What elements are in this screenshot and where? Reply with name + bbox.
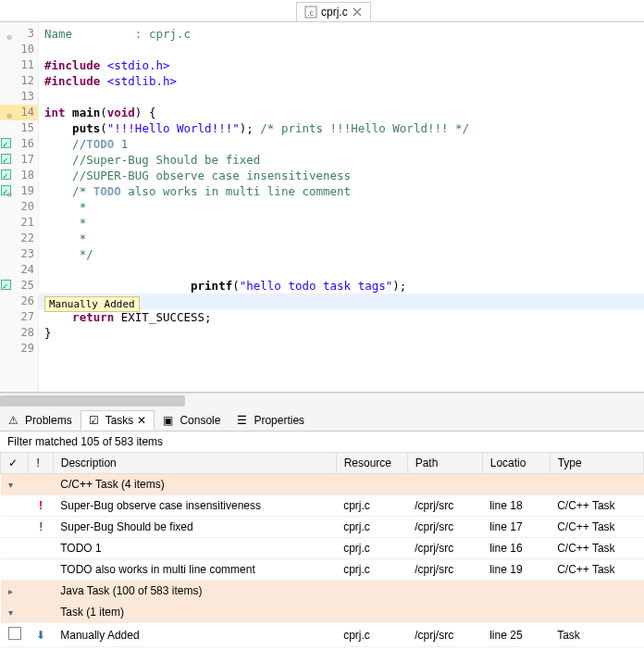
table-header-row: ✓ ! Description Resource Path Locatio Ty… [1,453,644,474]
task-checkbox[interactable] [8,627,21,640]
gutter-line: 28 [0,325,38,341]
task-group-row[interactable]: ▾Task (1 item) [1,602,644,623]
horizontal-scrollbar[interactable] [0,393,644,407]
tab-label: Properties [254,414,304,427]
svg-text:.c: .c [307,8,315,18]
task-row[interactable]: ⬇Manually Addedcprj.c/cprj/srcline 25Tas… [1,623,644,647]
gutter-line: 14⊖ [0,105,38,120]
properties-icon: ☰ [237,414,250,427]
task-marker-icon [1,280,11,290]
manual-added-badge: Manually Added [44,296,140,312]
expand-triangle-icon[interactable]: ▾ [8,480,18,490]
task-group-row[interactable]: ▸Java Task (100 of 583 items) [1,581,644,602]
priority-icon: ! [39,520,42,533]
editor-tab-bar: .c cprj.c [0,0,644,22]
gutter-line: 18 [0,168,38,183]
arrow-down-icon: ⬇ [36,629,45,642]
gutter-line: 11 [0,57,38,73]
code-line[interactable]: /* TODO also works in multi line comment [39,183,644,199]
col-type[interactable]: Type [550,453,643,474]
code-line[interactable]: #include <stdlib.h> [39,73,644,89]
code-line[interactable] [39,262,644,278]
task-group-row[interactable]: ▾C/C++ Task (4 items) [1,474,644,495]
line-gutter: 3⊖1011121314⊖1516171819⊖2021222324252627… [0,22,39,392]
tab-problems[interactable]: ⚠Problems [0,410,80,431]
console-icon: ▣ [163,414,176,427]
gutter-line: 15 [0,120,38,136]
close-icon[interactable] [352,6,363,18]
gutter-line: 26 [0,294,38,309]
priority-icon: ! [39,499,43,512]
code-line[interactable]: puts("!!!Hello World!!!"); /* prints !!!… [39,120,644,136]
gutter-line: 13 [0,89,38,105]
code-line[interactable] [39,341,644,357]
tab-label: Console [180,414,220,427]
code-line[interactable]: //Super-Bug Should be fixed [39,152,644,168]
gutter-line: 19⊖ [0,183,38,199]
code-content[interactable]: Manually Added Name : cprj.c#include <st… [39,22,644,392]
editor-tab[interactable]: .c cprj.c [296,2,371,21]
task-marker-icon [1,169,11,180]
gutter-line: 29 [0,341,38,357]
code-line[interactable]: int main(void) { [39,105,644,120]
code-line[interactable]: * [39,231,644,246]
expand-triangle-icon[interactable]: ▸ [8,586,18,596]
gutter-line: 3⊖ [0,26,38,42]
task-row[interactable]: !Super-Bug observe case insensitivenessc… [1,495,644,517]
code-line[interactable]: */ [39,246,644,262]
task-marker-icon [1,154,11,164]
code-line[interactable]: //TODO 1 [39,136,644,152]
tab-label: Problems [25,414,72,427]
code-line[interactable] [39,42,644,57]
problems-icon: ⚠ [8,414,21,427]
code-line[interactable]: Name : cprj.c [39,26,644,42]
gutter-line: 24 [0,262,38,278]
col-resource[interactable]: Resource [336,453,407,474]
code-line[interactable]: //SUPER-BUG observe case insensitiveness [39,168,644,183]
tab-tasks[interactable]: ☑Tasks ✕ [80,410,155,431]
c-file-icon: .c [304,6,317,19]
fold-icon[interactable]: ⊖ [4,108,12,117]
tasks-table: ✓ ! Description Resource Path Locatio Ty… [0,452,644,647]
tab-console[interactable]: ▣Console [155,410,229,431]
tab-properties[interactable]: ☰Properties [229,410,313,431]
fold-icon[interactable]: ⊖ [4,187,12,195]
gutter-line: 22 [0,231,38,246]
gutter-line: 21 [0,215,38,231]
gutter-line: 27 [0,309,38,325]
task-row[interactable]: TODO 1cprj.c/cprj/srcline 16C/C++ Task [1,538,644,559]
gutter-line: 20 [0,199,38,215]
col-location[interactable]: Locatio [482,453,550,474]
gutter-line: 17 [0,152,38,168]
task-row[interactable]: TODO also works in multi line commentcpr… [1,559,644,581]
gutter-line: 10 [0,42,38,57]
close-icon[interactable]: ✕ [137,414,146,427]
tasks-icon: ☑ [89,414,102,427]
code-line[interactable]: } [39,325,644,341]
code-line[interactable] [39,89,644,105]
tab-label: Tasks [105,414,134,427]
gutter-line: 23 [0,246,38,262]
code-editor[interactable]: 3⊖1011121314⊖1516171819⊖2021222324252627… [0,22,644,393]
col-path[interactable]: Path [407,453,482,474]
code-line[interactable]: * [39,215,644,231]
tab-label: cprj.c [321,6,348,19]
bottom-panel-tabs: ⚠Problems☑Tasks ✕▣Console☰Properties [0,407,644,432]
task-marker-icon [1,138,11,148]
code-line[interactable]: printf("hello todo task tags"); [39,278,644,294]
task-row[interactable]: !Super-Bug Should be fixedcprj.c/cprj/sr… [1,517,644,538]
filter-status: Filter matched 105 of 583 items [0,432,644,452]
scrollbar-thumb[interactable] [0,395,185,407]
expand-triangle-icon[interactable]: ▾ [8,607,18,618]
gutter-line: 25 [0,278,38,294]
code-line[interactable]: #include <stdio.h> [39,57,644,73]
col-complete[interactable]: ✓ [1,453,29,474]
col-priority[interactable]: ! [29,453,53,474]
gutter-line: 12 [0,73,38,89]
gutter-line: 16 [0,136,38,152]
col-description[interactable]: Description [53,453,336,474]
fold-icon[interactable]: ⊖ [4,30,12,38]
annotation-arrows [0,647,644,663]
code-line[interactable]: * [39,199,644,215]
